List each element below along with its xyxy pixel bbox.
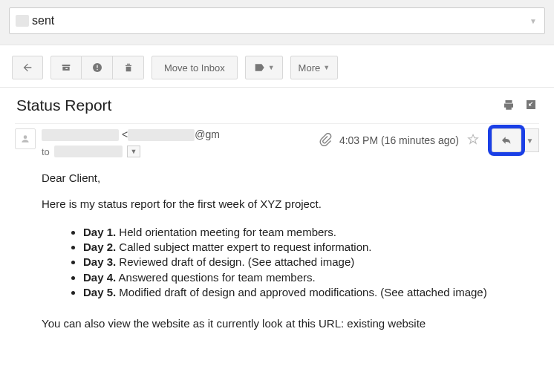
chevron-down-icon: ▼ (323, 64, 330, 71)
recipient-redacted (54, 146, 123, 157)
svg-point-3 (24, 135, 27, 139)
move-to-inbox-button[interactable]: Move to Inbox (151, 56, 238, 79)
list-item: Day 1. Held orientation meeting for team… (83, 225, 539, 240)
intro: Here is my status report for the first w… (42, 197, 539, 212)
closing: You can also view the website as it curr… (42, 316, 539, 331)
back-button[interactable] (12, 56, 43, 79)
delete-button[interactable] (113, 56, 144, 79)
avatar (15, 128, 36, 149)
more-label: More (299, 62, 321, 74)
print-button[interactable] (502, 98, 515, 114)
list-item: Day 5. Modified draft of design and appr… (83, 285, 539, 300)
greeting: Dear Client, (42, 171, 539, 186)
timestamp: 4:03 PM (16 minutes ago) (339, 134, 459, 146)
move-to-inbox-label: Move to Inbox (164, 62, 225, 74)
sender-block: <@gm to ▼ (42, 128, 319, 157)
subject: Status Report (16, 97, 111, 114)
svg-rect-2 (97, 69, 97, 70)
day-list: Day 1. Held orientation meeting for team… (83, 225, 539, 300)
star-button[interactable] (466, 133, 480, 148)
search-icon-blur (16, 15, 29, 27)
search-input[interactable]: sent ▼ (9, 7, 545, 34)
reply-button[interactable] (492, 128, 521, 152)
spam-button[interactable] (82, 56, 113, 79)
svg-rect-1 (97, 65, 97, 68)
sender-email: <@gm (122, 128, 220, 141)
archive-button[interactable] (50, 56, 82, 79)
list-item: Day 4. Answered questions for team membe… (83, 270, 539, 285)
toolbar: Move to Inbox ▼ More ▼ (0, 45, 554, 87)
message-body: Dear Client, Here is my status report fo… (15, 160, 539, 331)
labels-button[interactable]: ▼ (245, 56, 283, 79)
message-meta: 4:03 PM (16 minutes ago) ▼ (319, 128, 539, 152)
search-bar: sent ▼ (0, 0, 554, 45)
action-group (50, 56, 144, 79)
show-details-button[interactable]: ▼ (127, 146, 140, 157)
subject-actions (502, 98, 538, 114)
sender-email-suffix: @gm (195, 128, 220, 140)
to-label: to (42, 146, 50, 157)
search-options-caret[interactable]: ▼ (529, 17, 537, 25)
reply-more-button[interactable]: ▼ (521, 128, 539, 152)
to-line: to ▼ (42, 146, 319, 157)
subject-row: Status Report (15, 97, 539, 114)
open-new-window-button[interactable] (524, 98, 538, 114)
attachment-icon (319, 133, 332, 148)
list-item: Day 2. Called subject matter expert to r… (83, 240, 539, 255)
search-query: sent (32, 14, 54, 27)
more-button[interactable]: More ▼ (290, 56, 339, 79)
sender-name-redacted (42, 129, 119, 141)
reply-group: ▼ (492, 128, 539, 152)
message-header: <@gm to ▼ 4:03 PM (16 minutes ago) ▼ (15, 123, 539, 160)
sender-email-redacted (128, 129, 195, 141)
message-content: Status Report <@gm to ▼ 4:03 PM (16 minu… (0, 88, 554, 331)
list-item: Day 3. Reviewed draft of design. (See at… (83, 255, 539, 270)
sender-line: <@gm (42, 128, 319, 141)
chevron-down-icon: ▼ (268, 64, 275, 71)
